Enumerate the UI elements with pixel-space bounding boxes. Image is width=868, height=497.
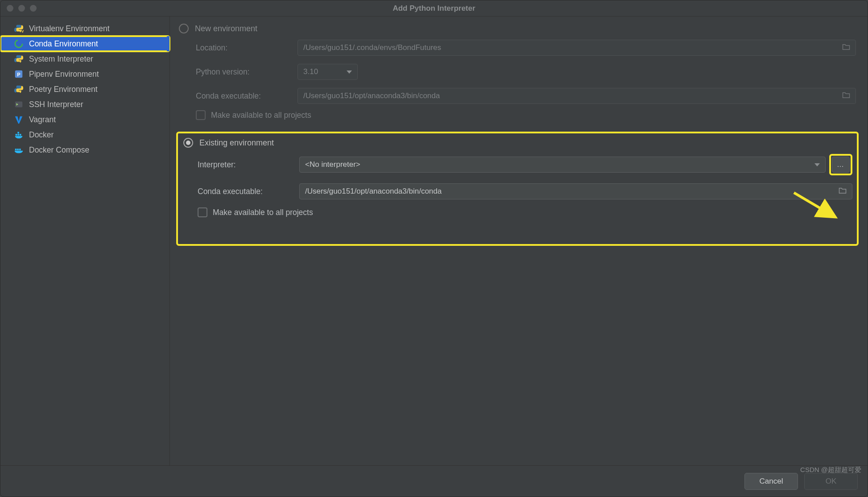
sidebar-item-label: Virtualenv Environment [29,24,110,33]
svg-rect-8 [20,134,21,136]
python-version-label: Python version: [196,67,298,77]
sidebar-item-docker[interactable]: Docker [0,127,169,142]
pipenv-icon: P [14,69,24,79]
interpreter-value: <No interpreter> [305,160,360,169]
checkbox-make-available-existing-label: Make available to all projects [213,208,313,217]
folder-icon[interactable] [842,91,850,101]
checkbox-make-available-new[interactable] [196,110,206,120]
docker-icon [14,130,24,140]
dialog-title: Add Python Interpreter [0,4,868,13]
svg-text:P: P [17,72,20,77]
svg-text:V: V [21,29,24,33]
browse-interpreter-button[interactable]: … [832,157,850,173]
location-label: Location: [196,43,298,53]
existing-env-highlight: Existing environment Interpreter: <No in… [176,132,859,246]
svg-rect-9 [15,149,17,150]
sidebar-item-label: SSH Interpreter [29,100,83,109]
sidebar-item-label: Conda Environment [29,39,98,49]
svg-rect-5 [16,134,17,136]
interpreter-select[interactable]: <No interpreter> [299,157,826,173]
new-env-form: Location: /Users/guo151/.conda/envs/Bond… [196,40,856,104]
svg-rect-7 [17,132,19,134]
interpreter-type-sidebar: V Virtualenv Environment Conda Environme… [0,17,170,465]
dialog-footer: Cancel OK [0,465,868,497]
browse-interpreter-highlight: … [829,154,852,175]
sidebar-item-virtualenv[interactable]: V Virtualenv Environment [0,21,169,36]
ssh-icon [14,99,24,109]
cancel-button-label: Cancel [760,477,783,486]
sidebar-item-label: Pipenv Environment [29,70,99,79]
checkbox-make-available-existing[interactable] [198,207,207,217]
radio-existing-environment-row[interactable]: Existing environment [183,138,852,148]
radio-new-environment-label: New environment [195,24,257,33]
checkbox-make-available-new-label: Make available to all projects [211,111,311,120]
conda-exec-value-existing: /Users/guo151/opt/anaconda3/bin/conda [305,187,442,196]
poetry-icon [14,84,24,94]
window-controls [7,5,37,12]
selection-indicator [167,36,169,51]
sidebar-item-label: System Interpreter [29,54,93,64]
zoom-window-icon[interactable] [30,5,37,12]
existing-env-form: Interpreter: <No interpreter> … Conda ex… [198,154,852,199]
chevron-down-icon [814,163,820,166]
cancel-button[interactable]: Cancel [744,473,798,490]
sidebar-item-label: Docker Compose [29,145,89,155]
conda-exec-label-existing: Conda executable: [198,187,299,196]
titlebar: Add Python Interpreter [0,0,868,17]
make-available-row-new[interactable]: Make available to all projects [196,110,856,120]
python-v-icon: V [14,24,24,33]
folder-icon[interactable] [839,187,847,196]
ok-button-label: OK [826,477,837,486]
make-available-row-existing[interactable]: Make available to all projects [198,207,852,217]
folder-icon[interactable] [842,43,850,53]
python-version-select[interactable]: 3.10 [298,64,358,80]
conda-exec-label: Conda executable: [196,91,298,101]
conda-exec-value-new: /Users/guo151/opt/anaconda3/bin/conda [303,91,440,100]
dialog-body: V Virtualenv Environment Conda Environme… [0,17,868,465]
sidebar-item-ssh[interactable]: SSH Interpreter [0,97,169,112]
ok-button[interactable]: OK [804,473,858,490]
conda-exec-input-existing[interactable]: /Users/guo151/opt/anaconda3/bin/conda [299,183,852,199]
sidebar-item-label: Docker [29,130,54,140]
close-window-icon[interactable] [7,5,13,12]
minimize-window-icon[interactable] [18,5,25,12]
sidebar-item-conda[interactable]: Conda Environment [0,36,169,51]
sidebar-item-pipenv[interactable]: P Pipenv Environment [0,66,169,82]
location-input[interactable]: /Users/guo151/.conda/envs/BondFutures [298,40,856,56]
conda-exec-input-new[interactable]: /Users/guo151/opt/anaconda3/bin/conda [298,88,856,104]
radio-existing-environment[interactable] [183,138,193,148]
docker-compose-icon [14,145,24,155]
sidebar-item-system[interactable]: System Interpreter [0,51,169,66]
sidebar-item-label: Poetry Environment [29,85,98,94]
vagrant-icon [14,115,24,124]
interpreter-label: Interpreter: [198,160,299,170]
sidebar-list: V Virtualenv Environment Conda Environme… [0,21,169,157]
location-value: /Users/guo151/.conda/envs/BondFutures [303,43,441,52]
radio-new-environment[interactable] [179,24,189,33]
sidebar-item-label: Vagrant [29,115,56,124]
python-version-value: 3.10 [303,67,318,76]
svg-rect-11 [19,149,21,150]
svg-rect-10 [17,149,19,150]
svg-rect-6 [17,134,19,136]
chevron-down-icon [347,70,352,74]
radio-existing-environment-label: Existing environment [199,138,274,148]
sidebar-item-docker-compose[interactable]: Docker Compose [0,142,169,157]
svg-point-1 [15,40,23,48]
sidebar-item-poetry[interactable]: Poetry Environment [0,82,169,97]
sidebar-item-vagrant[interactable]: Vagrant [0,112,169,127]
watermark: CSDN @超甜超可爱 [800,466,861,474]
radio-new-environment-row[interactable]: New environment [179,24,856,33]
content-pane: New environment Location: /Users/guo151/… [170,17,868,465]
svg-rect-4 [15,102,23,108]
dialog-window: Add Python Interpreter V Virtualenv Envi… [0,0,868,497]
conda-icon [14,39,24,49]
python-icon [14,54,24,64]
